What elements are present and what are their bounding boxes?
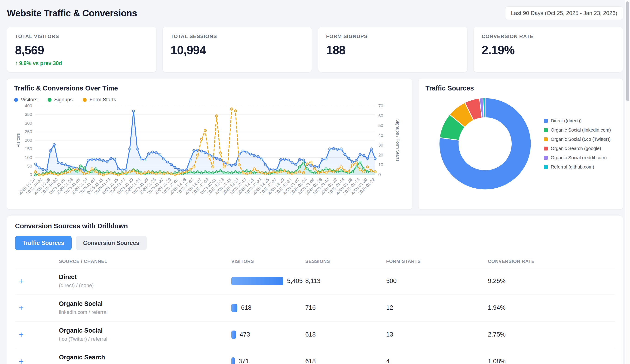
visitors-cell: 371 xyxy=(231,357,305,364)
table-row-linkedin-com-referral: +Organic Sociallinkedin.com / referral61… xyxy=(15,295,615,322)
svg-text:400: 400 xyxy=(25,103,32,108)
visitors-bar xyxy=(231,331,236,339)
svg-text:150: 150 xyxy=(25,146,32,151)
tab-traffic-sources[interactable]: Traffic Sources xyxy=(15,236,72,250)
date-range-badge[interactable]: Last 90 Days (Oct 25, 2025 - Jan 23, 202… xyxy=(505,6,623,20)
column-header-visitors: VISITORS xyxy=(231,259,305,264)
legend-item-signups[interactable]: Signups xyxy=(48,97,73,103)
dashboard-page: Website Traffic & Conversions Last 90 Da… xyxy=(0,0,630,364)
plus-icon: + xyxy=(19,357,24,364)
conversion-rate-value: 9.25% xyxy=(488,277,615,285)
column-header-form-starts: FORM STARTS xyxy=(386,259,488,264)
form-starts-value: 4 xyxy=(386,358,488,364)
visitors-value: 618 xyxy=(241,304,252,311)
drilldown-title: Conversion Sources with Drilldown xyxy=(15,222,615,230)
charts-row: Traffic & Conversions Over Time Visitors… xyxy=(7,78,623,209)
tab-conversion-sources[interactable]: Conversion Sources xyxy=(76,236,147,250)
legend-item-visitors[interactable]: Visitors xyxy=(14,97,38,103)
dot-icon xyxy=(83,98,87,102)
sessions-value: 618 xyxy=(305,331,386,338)
stat-card-total-visitors: TOTAL VISITORS8,569↑ 9.9% vs prev 30d xyxy=(7,27,156,72)
traffic-sources-card: Traffic Sources Direct ((direct))Organic… xyxy=(418,78,623,209)
conversion-rate-value: 1.94% xyxy=(488,304,615,311)
source-name: Direct xyxy=(59,274,231,281)
sessions-value: 618 xyxy=(305,358,386,364)
donut-legend-item-organic-social-t-co-twitter[interactable]: Organic Social (t.co (Twitter)) xyxy=(544,137,611,142)
stat-value: 10,994 xyxy=(170,43,304,57)
visitors-bar xyxy=(231,357,235,364)
expand-row-button[interactable]: + xyxy=(15,357,59,364)
conversion-drilldown-card: Conversion Sources with Drilldown Traffi… xyxy=(7,216,623,364)
svg-text:70: 70 xyxy=(378,103,383,108)
swatch-icon xyxy=(544,165,548,169)
conversion-rate-value: 2.75% xyxy=(488,331,615,338)
source-name: Organic Social xyxy=(59,300,231,307)
swatch-icon xyxy=(544,137,548,141)
stat-card-conversion-rate: CONVERSION RATE2.19% xyxy=(474,27,623,72)
donut-legend-item-referral-github-com[interactable]: Referral (github.com) xyxy=(544,164,611,170)
svg-text:10: 10 xyxy=(378,162,383,167)
page-scrollbar-thumb[interactable] xyxy=(626,1,629,101)
table-header-row: SOURCE / CHANNELVISITORSSESSIONSFORM STA… xyxy=(15,259,615,268)
drilldown-tabs: Traffic SourcesConversion Sources xyxy=(15,236,615,250)
svg-text:50: 50 xyxy=(27,164,32,169)
sources-table: SOURCE / CHANNELVISITORSSESSIONSFORM STA… xyxy=(15,259,615,364)
svg-text:50: 50 xyxy=(378,123,383,128)
visitors-cell: 473 xyxy=(231,331,305,339)
donut-legend-label: Organic Social (linkedin.com) xyxy=(551,127,611,133)
donut-legend-label: Referral (github.com) xyxy=(551,164,594,170)
legend-item-form-starts[interactable]: Form Starts xyxy=(83,97,116,103)
expand-row-button[interactable]: + xyxy=(15,331,59,339)
donut-legend: Direct ((direct))Organic Social (linkedi… xyxy=(544,118,611,170)
column-header-sessions: SESSIONS xyxy=(305,259,386,264)
swatch-icon xyxy=(544,156,548,160)
page-header: Website Traffic & Conversions Last 90 Da… xyxy=(7,6,623,20)
table-row-google-organic: +Organic Searchgoogle / organic37161841.… xyxy=(15,348,615,364)
source-sub-label: google / organic xyxy=(59,363,231,364)
form-starts-value: 13 xyxy=(386,331,488,338)
donut-legend-item-organic-social-reddit-com[interactable]: Organic Social (reddit.com) xyxy=(544,155,611,161)
stat-label: TOTAL VISITORS xyxy=(15,33,148,39)
donut-legend-label: Organic Social (t.co (Twitter)) xyxy=(551,137,610,142)
table-row-t-co-twitter-referral: +Organic Socialt.co (Twitter) / referral… xyxy=(15,322,615,348)
svg-text:Visitors: Visitors xyxy=(16,133,20,148)
stat-label: CONVERSION RATE xyxy=(482,33,615,39)
expand-row-button[interactable]: + xyxy=(15,304,59,312)
donut-legend-label: Organic Search (google) xyxy=(551,146,601,151)
column-header-conversion-rate: CONVERSION RATE xyxy=(488,259,615,264)
swatch-icon xyxy=(544,128,548,132)
source-name: Organic Search xyxy=(59,354,231,361)
sessions-value: 8,113 xyxy=(305,277,386,285)
svg-text:30: 30 xyxy=(378,143,383,148)
dot-icon xyxy=(48,98,52,102)
donut-legend-item-organic-search-google[interactable]: Organic Search (google) xyxy=(544,146,611,151)
donut-legend-item-organic-social-linkedin-com[interactable]: Organic Social (linkedin.com) xyxy=(544,127,611,133)
source-sub-label: linkedin.com / referral xyxy=(59,309,231,315)
svg-text:350: 350 xyxy=(25,112,32,117)
stat-card-total-sessions: TOTAL SESSIONS10,994 xyxy=(162,27,312,72)
visitors-cell: 618 xyxy=(231,304,305,312)
stat-value: 188 xyxy=(326,43,460,57)
legend-label: Visitors xyxy=(21,97,38,103)
traffic-sources-donut-chart xyxy=(436,95,534,193)
svg-text:200: 200 xyxy=(25,138,32,143)
stat-label: FORM SIGNUPS xyxy=(326,33,460,39)
column-header-source-channel: SOURCE / CHANNEL xyxy=(59,259,231,264)
donut-legend-label: Organic Social (reddit.com) xyxy=(551,155,607,161)
source-sub-label: (direct) / (none) xyxy=(59,283,231,289)
donut-legend-item-direct-direct[interactable]: Direct ((direct)) xyxy=(544,118,611,124)
swatch-icon xyxy=(544,119,548,123)
form-starts-value: 500 xyxy=(386,277,488,285)
timeseries-legend: VisitorsSignupsForm Starts xyxy=(14,97,405,103)
svg-text:0: 0 xyxy=(30,172,32,177)
form-starts-value: 12 xyxy=(386,304,488,311)
expand-row-button[interactable]: + xyxy=(15,277,59,285)
svg-text:300: 300 xyxy=(25,121,32,126)
svg-text:0: 0 xyxy=(378,172,381,177)
stat-card-form-signups: FORM SIGNUPS188 xyxy=(318,27,468,72)
legend-label: Form Starts xyxy=(90,97,116,103)
swatch-icon xyxy=(544,147,548,151)
traffic-line-chart: 050100150200250300350400010203040506070V… xyxy=(14,103,405,202)
donut-wrap: Direct ((direct))Organic Social (linkedi… xyxy=(426,95,616,193)
visitors-value: 5,405 xyxy=(287,277,303,285)
